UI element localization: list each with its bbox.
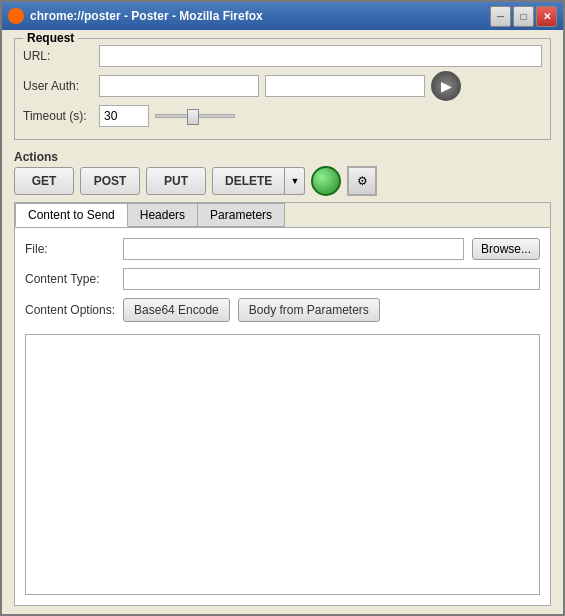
actions-label: Actions bbox=[14, 150, 551, 164]
tabs-header: Content to Send Headers Parameters bbox=[15, 203, 550, 228]
get-button[interactable]: GET bbox=[14, 167, 74, 195]
window: chrome://poster - Poster - Mozilla Firef… bbox=[0, 0, 565, 616]
file-row: File: Browse... bbox=[25, 238, 540, 260]
put-button[interactable]: PUT bbox=[146, 167, 206, 195]
minimize-button[interactable]: ─ bbox=[490, 6, 511, 27]
delete-group: DELETE ▼ bbox=[212, 167, 305, 195]
tab-content-to-send[interactable]: Content to Send bbox=[15, 203, 128, 227]
timeout-slider[interactable] bbox=[155, 114, 235, 118]
maximize-icon: □ bbox=[520, 11, 526, 22]
window-controls: ─ □ ✕ bbox=[490, 6, 557, 27]
tab-headers-label: Headers bbox=[140, 208, 185, 222]
tabs-panel: Content to Send Headers Parameters File:… bbox=[14, 202, 551, 606]
content-type-row: Content Type: bbox=[25, 268, 540, 290]
post-button[interactable]: POST bbox=[80, 167, 140, 195]
user-auth-input1[interactable] bbox=[99, 75, 259, 97]
tab-parameters[interactable]: Parameters bbox=[197, 203, 285, 227]
user-auth-row: User Auth: ▶ bbox=[23, 71, 542, 101]
url-label: URL: bbox=[23, 49, 93, 63]
window-title: chrome://poster - Poster - Mozilla Firef… bbox=[30, 9, 490, 23]
slider-thumb[interactable] bbox=[187, 109, 199, 125]
chevron-down-icon: ▼ bbox=[290, 176, 299, 186]
content-type-input[interactable] bbox=[123, 268, 540, 290]
content-options-label: Content Options: bbox=[25, 303, 115, 317]
url-input[interactable] bbox=[99, 45, 542, 67]
tab-parameters-label: Parameters bbox=[210, 208, 272, 222]
content-options-buttons: Base64 Encode Body from Parameters bbox=[123, 298, 380, 322]
settings-button[interactable]: ⚙ bbox=[347, 166, 377, 196]
request-group: Request URL: User Auth: ▶ Timeout (s): bbox=[14, 38, 551, 140]
request-group-label: Request bbox=[23, 31, 78, 45]
delete-dropdown-button[interactable]: ▼ bbox=[285, 167, 305, 195]
user-auth-label: User Auth: bbox=[23, 79, 93, 93]
browse-button[interactable]: Browse... bbox=[472, 238, 540, 260]
tabs-content: File: Browse... Content Type: Content Op… bbox=[15, 228, 550, 605]
maximize-button[interactable]: □ bbox=[513, 6, 534, 27]
settings-icon: ⚙ bbox=[357, 174, 368, 188]
slider-container bbox=[155, 114, 235, 118]
close-icon: ✕ bbox=[543, 11, 551, 22]
actions-row: GET POST PUT DELETE ▼ ⚙ bbox=[14, 166, 551, 196]
auth-button[interactable]: ▶ bbox=[431, 71, 461, 101]
firefox-icon bbox=[8, 8, 24, 24]
file-input[interactable] bbox=[123, 238, 464, 260]
tab-content-label: Content to Send bbox=[28, 208, 115, 222]
timeout-label: Timeout (s): bbox=[23, 109, 93, 123]
auth-icon: ▶ bbox=[441, 78, 452, 94]
timeout-row: Timeout (s): bbox=[23, 105, 542, 127]
content-options-row: Content Options: Base64 Encode Body from… bbox=[25, 298, 540, 322]
content-type-label: Content Type: bbox=[25, 272, 115, 286]
content-textarea[interactable] bbox=[25, 334, 540, 595]
delete-button[interactable]: DELETE bbox=[212, 167, 285, 195]
user-auth-input2[interactable] bbox=[265, 75, 425, 97]
tab-headers[interactable]: Headers bbox=[127, 203, 198, 227]
base64-encode-button[interactable]: Base64 Encode bbox=[123, 298, 230, 322]
titlebar: chrome://poster - Poster - Mozilla Firef… bbox=[2, 2, 563, 30]
file-label: File: bbox=[25, 242, 115, 256]
minimize-icon: ─ bbox=[497, 11, 504, 22]
close-button[interactable]: ✕ bbox=[536, 6, 557, 27]
main-content: Request URL: User Auth: ▶ Timeout (s): bbox=[2, 30, 563, 614]
timeout-input[interactable] bbox=[99, 105, 149, 127]
actions-section: Actions GET POST PUT DELETE ▼ ⚙ bbox=[14, 150, 551, 196]
body-from-parameters-button[interactable]: Body from Parameters bbox=[238, 298, 380, 322]
url-row: URL: bbox=[23, 45, 542, 67]
send-button[interactable] bbox=[311, 166, 341, 196]
